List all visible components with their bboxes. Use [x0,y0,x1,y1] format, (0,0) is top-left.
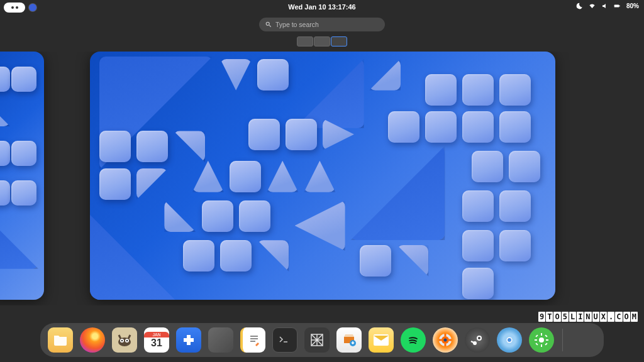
dock-app-chromium[interactable] [497,327,522,353]
dock-app-calendar[interactable]: JAN31 [144,327,169,353]
svg-point-19 [539,337,544,343]
accent-indicator [29,4,36,11]
battery-icon [614,3,621,9]
dock-app-spotify[interactable] [401,327,426,353]
dock-app-boxes[interactable] [304,327,330,353]
svg-rect-23 [546,339,548,341]
dock-app-files[interactable] [48,327,73,353]
svg-point-15 [478,337,480,339]
svg-rect-20 [541,333,542,336]
svg-rect-21 [541,344,542,347]
dash: JAN31 [40,323,604,357]
dock-app-texteditor[interactable] [240,327,265,353]
battery-percent: 80% [626,3,639,9]
search-bar[interactable]: Type to search [259,18,385,31]
dock-app-terminal[interactable] [272,327,297,353]
workspace-preview-current[interactable] [90,52,555,300]
dock-app-mail[interactable] [369,327,394,353]
topbar-left [4,3,36,13]
dock-app-software[interactable] [336,327,362,353]
svg-rect-1 [619,5,619,6]
activities-button[interactable] [4,3,25,13]
wifi-icon [589,3,596,9]
search-icon [265,21,272,28]
system-tray[interactable]: 80% [576,3,639,9]
overview-area [0,52,644,305]
search-placeholder: Type to search [275,21,319,28]
svg-point-13 [444,339,447,342]
svg-rect-26 [545,334,547,337]
show-applications-button[interactable] [571,327,596,353]
volume-icon [601,3,608,9]
svg-rect-27 [535,343,538,345]
dock-app-calculator[interactable] [208,327,233,353]
workspace-switcher [297,36,347,47]
svg-point-7 [126,340,128,341]
workspace-thumb-3[interactable] [331,36,347,47]
svg-rect-0 [614,4,619,7]
workspace-thumb-1[interactable] [297,36,313,47]
clock[interactable]: Wed Jan 10 13:17:46 [288,3,355,11]
dock-app-firefox[interactable] [80,327,105,353]
svg-rect-22 [535,339,537,341]
watermark: 9TO5LINUX.COM [538,312,638,322]
dock-app-steam[interactable] [465,327,490,353]
night-light-icon [576,3,583,9]
svg-point-6 [121,340,123,341]
workspace-thumb-2[interactable] [314,36,330,47]
svg-rect-25 [545,343,547,345]
dock-app-gimp[interactable] [112,327,137,353]
top-bar: Wed Jan 10 13:17:46 80% [0,0,644,14]
workspace-preview-prev[interactable] [0,52,44,300]
svg-point-2 [266,22,269,25]
dock-separator [562,329,563,351]
dock-app-addons[interactable] [176,327,201,353]
svg-rect-24 [535,334,538,337]
dock-app-vlc[interactable] [433,327,458,353]
dock-app-settings[interactable] [529,327,554,353]
svg-point-18 [508,338,511,342]
